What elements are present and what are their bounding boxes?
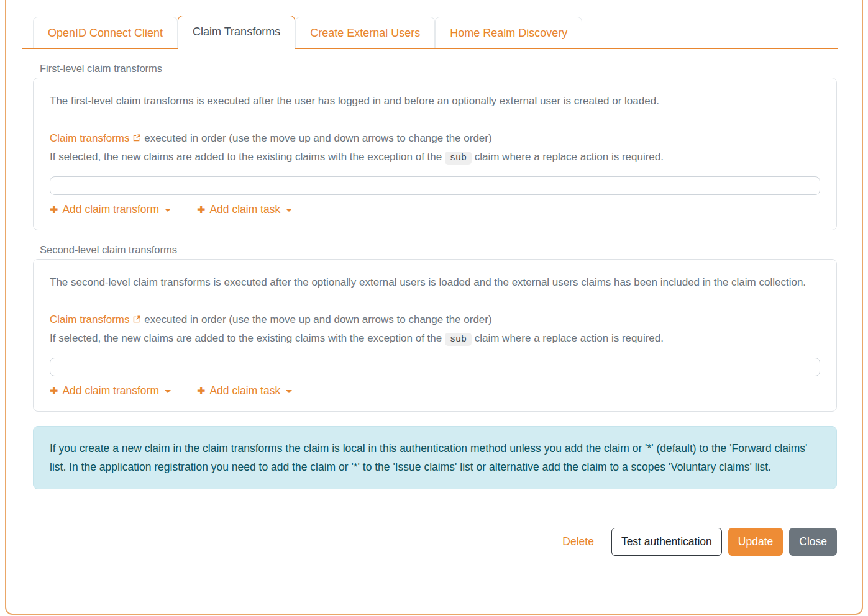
sub-claim-code: sub — [445, 333, 472, 346]
external-link-icon — [132, 130, 141, 148]
claim-transforms-link-label: Claim transforms — [50, 310, 129, 329]
second-level-panel: The second-level claim transforms is exe… — [33, 259, 837, 412]
claim-transforms-link-label: Claim transforms — [50, 129, 129, 148]
tab-openid-connect-client[interactable]: OpenID Connect Client — [33, 17, 178, 48]
add-claim-task-label: Add claim task — [209, 384, 280, 397]
claim-transforms-link[interactable]: Claim transforms — [50, 129, 141, 148]
add-claim-transform-button[interactable]: ✚ Add claim transform — [50, 203, 171, 216]
note-suffix: claim where a replace action is required… — [475, 332, 664, 344]
caret-down-icon — [286, 209, 292, 212]
add-claim-task-label: Add claim task — [209, 203, 280, 216]
caret-down-icon — [286, 390, 292, 393]
tab-bar: OpenID Connect Client Claim Transforms C… — [22, 16, 838, 49]
second-level-add-row: ✚ Add claim transform ✚ Add claim task — [50, 384, 820, 397]
second-level-claim-transforms-list — [50, 358, 820, 376]
order-text: executed in order (use the move up and d… — [144, 132, 491, 144]
first-level-section-label: First-level claim transforms — [40, 63, 837, 75]
add-claim-transform-label: Add claim transform — [62, 203, 159, 216]
first-level-description: The first-level claim transforms is exec… — [50, 92, 820, 111]
forward-claims-info-alert: If you create a new claim in the claim t… — [33, 426, 837, 489]
claim-transforms-link[interactable]: Claim transforms — [50, 310, 141, 329]
note-prefix: If selected, the new claims are added to… — [50, 151, 442, 163]
plus-icon: ✚ — [197, 205, 205, 215]
sub-claim-code: sub — [445, 152, 472, 165]
test-authentication-button[interactable]: Test authentication — [611, 528, 722, 556]
order-text: executed in order (use the move up and d… — [144, 314, 491, 325]
first-level-claim-transforms-list — [50, 176, 820, 195]
footer-divider — [22, 514, 846, 514]
footer-actions: Delete Test authentication Update Close — [22, 528, 837, 556]
first-level-order-line: Claim transforms executed in order (use … — [50, 129, 820, 168]
first-level-panel: The first-level claim transforms is exec… — [33, 78, 837, 230]
tab-content: First-level claim transforms The first-l… — [33, 63, 837, 489]
note-suffix: claim where a replace action is required… — [475, 151, 664, 163]
delete-button[interactable]: Delete — [560, 528, 596, 555]
plus-icon: ✚ — [197, 386, 205, 396]
add-claim-transform-label: Add claim transform — [62, 384, 159, 397]
tab-create-external-users[interactable]: Create External Users — [295, 17, 435, 48]
caret-down-icon — [165, 390, 171, 393]
second-level-order-line: Claim transforms executed in order (use … — [50, 310, 820, 349]
settings-card: OpenID Connect Client Claim Transforms C… — [5, 0, 863, 615]
external-link-icon — [132, 311, 141, 330]
tab-claim-transforms[interactable]: Claim Transforms — [178, 16, 295, 49]
add-claim-transform-button[interactable]: ✚ Add claim transform — [50, 384, 171, 397]
update-button[interactable]: Update — [728, 528, 783, 556]
note-prefix: If selected, the new claims are added to… — [50, 332, 442, 344]
plus-icon: ✚ — [50, 386, 58, 396]
close-button[interactable]: Close — [789, 528, 837, 556]
add-claim-task-button[interactable]: ✚ Add claim task — [197, 203, 292, 216]
caret-down-icon — [165, 209, 171, 212]
second-level-description: The second-level claim transforms is exe… — [50, 273, 820, 292]
first-level-add-row: ✚ Add claim transform ✚ Add claim task — [50, 203, 820, 216]
tab-home-realm-discovery[interactable]: Home Realm Discovery — [435, 17, 582, 48]
add-claim-task-button[interactable]: ✚ Add claim task — [197, 384, 292, 397]
second-level-section-label: Second-level claim transforms — [40, 244, 837, 256]
plus-icon: ✚ — [50, 205, 58, 215]
